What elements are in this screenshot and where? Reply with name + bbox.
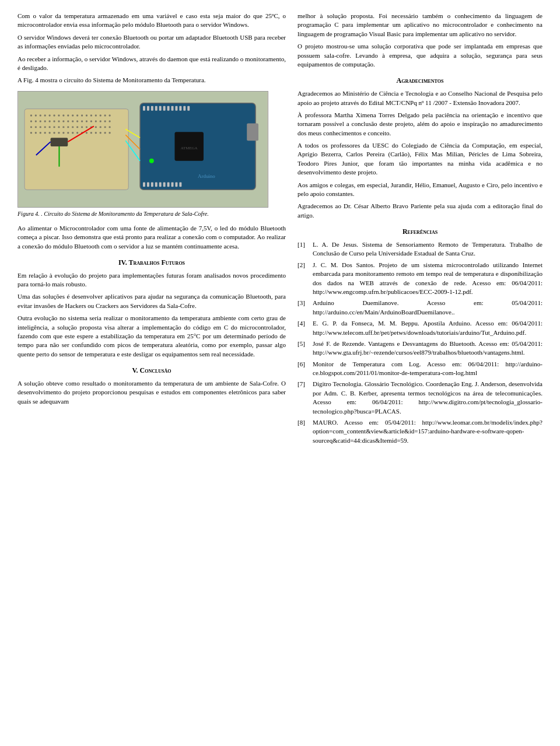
svg-rect-9 [62, 114, 64, 116]
svg-rect-55 [109, 126, 111, 128]
ref-item-8: [8]MAURO. Acesso em: 05/04/2011: http://… [298, 418, 542, 445]
svg-rect-50 [86, 126, 88, 128]
svg-rect-73 [109, 132, 111, 134]
svg-rect-46 [67, 126, 69, 128]
svg-rect-12 [76, 114, 78, 116]
referencias-list: [1]L. A. De Jesus. Sistema de Sensoriame… [298, 240, 542, 445]
svg-rect-82 [155, 106, 158, 110]
left-sec5-p1: A solução obteve como resultado o monito… [18, 379, 286, 406]
svg-rect-74 [51, 138, 68, 146]
left-para-5: Ao alimentar o Microcontrolador com uma … [18, 224, 286, 251]
svg-rect-13 [81, 114, 83, 116]
svg-rect-7 [54, 114, 55, 116]
svg-rect-71 [100, 132, 102, 134]
svg-rect-26 [58, 120, 60, 122]
svg-rect-49 [81, 126, 83, 128]
svg-rect-45 [62, 126, 64, 128]
svg-rect-94 [155, 182, 158, 187]
svg-rect-44 [58, 126, 60, 128]
left-sec4-p3: Outra evolução no sistema seria realizar… [18, 314, 286, 359]
ref-text-8: MAURO. Acesso em: 05/04/2011: http://www… [313, 418, 542, 445]
svg-rect-93 [151, 182, 153, 187]
svg-rect-41 [44, 126, 46, 128]
svg-rect-22 [40, 120, 41, 122]
svg-rect-58 [40, 132, 41, 134]
svg-rect-11 [72, 114, 74, 116]
svg-rect-32 [86, 120, 88, 122]
svg-rect-27 [62, 120, 64, 122]
svg-rect-30 [76, 120, 78, 122]
svg-rect-89 [183, 106, 186, 110]
svg-rect-60 [49, 132, 51, 134]
svg-rect-35 [100, 120, 102, 122]
agradecimentos-p2: À professora Martha Ximena Torres Delgad… [298, 111, 542, 138]
svg-rect-86 [172, 106, 174, 110]
svg-rect-43 [54, 126, 55, 128]
svg-rect-103 [247, 123, 258, 141]
svg-rect-69 [90, 132, 92, 134]
svg-rect-3 [35, 114, 37, 116]
svg-rect-96 [163, 182, 166, 187]
svg-point-104 [149, 159, 154, 163]
left-sec4-p2: Uma das soluções é desenvolver aplicativ… [18, 292, 286, 310]
svg-rect-68 [86, 132, 88, 134]
agradecimentos-p5: Agradecemos ao Dr. César Alberto Bravo P… [298, 202, 542, 220]
svg-rect-84 [163, 106, 166, 110]
svg-rect-23 [44, 120, 46, 122]
svg-rect-90 [187, 106, 190, 110]
svg-rect-65 [72, 132, 74, 134]
figure-4-image: ATMEGA Arduino [18, 91, 268, 208]
svg-rect-62 [58, 132, 60, 134]
svg-rect-48 [76, 126, 78, 128]
svg-rect-17 [100, 114, 102, 116]
figure-4-container: ATMEGA Arduino Figura 4. . Circuito do S… [18, 91, 286, 218]
ref-item-7: [7]Digitro Tecnologia. Glossário Tecnoló… [298, 380, 542, 416]
svg-rect-91 [143, 182, 145, 187]
svg-rect-80 [147, 106, 149, 110]
svg-rect-79 [143, 106, 145, 110]
svg-rect-66 [76, 132, 78, 134]
svg-rect-54 [104, 126, 106, 128]
svg-rect-33 [90, 120, 92, 122]
ref-text-7: Digitro Tecnologia. Glossário Tecnológic… [313, 380, 542, 416]
svg-rect-28 [67, 120, 69, 122]
svg-rect-14 [86, 114, 88, 116]
ref-item-6: [6]Monitor de Temperatura com Log. Acess… [298, 360, 542, 378]
svg-rect-4 [40, 114, 41, 116]
left-sec4-p1: Em relação à evolução do projeto para im… [18, 271, 286, 289]
section4-heading: IV. Trabalhos Futuros [18, 258, 286, 268]
ref-text-4: E. G. P. da Fonseca, M. M. Beppu. Aposti… [313, 319, 542, 337]
svg-text:Arduino: Arduino [198, 173, 215, 179]
svg-rect-36 [104, 120, 106, 122]
svg-rect-98 [172, 182, 174, 187]
section5-heading: V. Conclusão [18, 366, 286, 376]
svg-rect-99 [175, 182, 177, 187]
svg-rect-25 [54, 120, 55, 122]
svg-rect-72 [104, 132, 106, 134]
svg-rect-24 [49, 120, 51, 122]
ref-num-6: [6] [298, 360, 309, 378]
svg-rect-59 [44, 132, 46, 134]
right-para-2: O projeto mostrou-se uma solução corpora… [298, 42, 542, 69]
svg-rect-8 [58, 114, 60, 116]
svg-rect-63 [62, 132, 64, 134]
svg-text:ATMEGA: ATMEGA [181, 146, 198, 150]
ref-item-3: [3]Arduino Duemilanove. Acesso em: 05/04… [298, 299, 542, 317]
svg-rect-38 [30, 126, 32, 128]
svg-rect-70 [95, 132, 97, 134]
ref-num-1: [1] [298, 240, 309, 258]
left-para-4: A Fig. 4 mostra o circuito do Sistema de… [18, 76, 286, 85]
agradecimentos-heading: Agradecimentos [298, 76, 542, 86]
svg-rect-39 [35, 126, 37, 128]
ref-item-1: [1]L. A. De Jesus. Sistema de Sensoriame… [298, 240, 542, 258]
svg-rect-18 [104, 114, 106, 116]
left-para-1: Com o valor da temperatura armazenado em… [18, 12, 286, 30]
right-column: melhor à solução proposta. Foi necessári… [298, 12, 542, 447]
svg-rect-40 [40, 126, 41, 128]
ref-num-4: [4] [298, 319, 309, 337]
figure-4-caption: Figura 4. . Circuito do Sistema de Monit… [18, 210, 286, 218]
left-para-2: O servidor Windows deverá ter conexão Bl… [18, 33, 286, 51]
svg-rect-81 [151, 106, 153, 110]
ref-item-2: [2]J. C. M. Dos Santos. Projeto de um si… [298, 261, 542, 297]
svg-rect-88 [179, 106, 181, 110]
